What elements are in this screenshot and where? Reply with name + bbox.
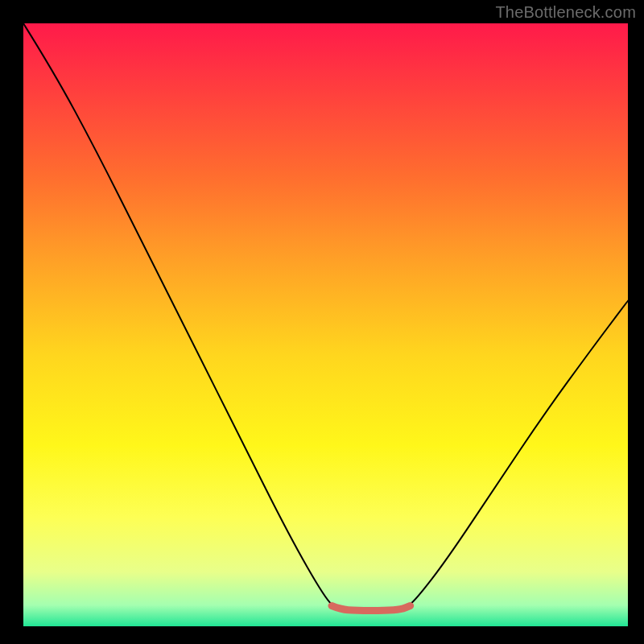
chart-frame: TheBottleneck.com	[0, 0, 644, 644]
watermark-text: TheBottleneck.com	[495, 3, 636, 22]
chart-svg	[23, 23, 628, 626]
plot-area	[23, 23, 628, 626]
gradient-background	[23, 23, 628, 626]
